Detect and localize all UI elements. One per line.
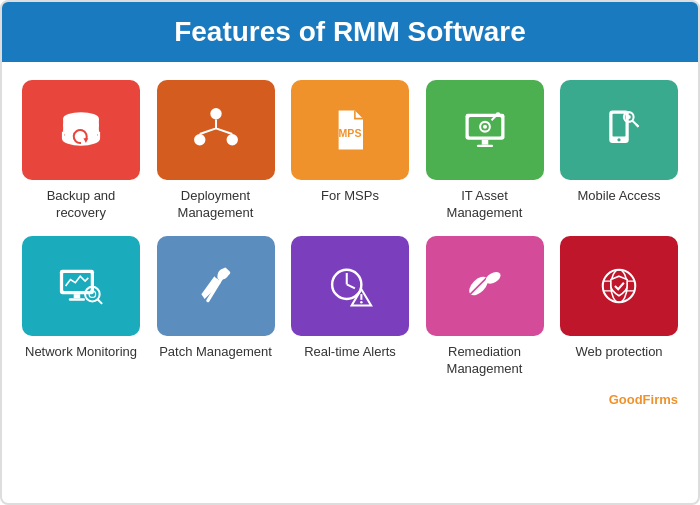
remediation-icon-box	[426, 236, 544, 336]
mobile-icon-box	[560, 80, 678, 180]
web-label: Web protection	[575, 344, 662, 361]
svg-point-17	[482, 125, 486, 129]
svg-point-7	[210, 108, 221, 119]
feature-remediation: Remediation Management	[426, 236, 544, 378]
page-title: Features of RMM Software	[22, 16, 678, 48]
remediation-icon	[459, 260, 511, 312]
patch-label: Patch Management	[159, 344, 272, 361]
mobile-icon	[593, 104, 645, 156]
svg-point-43	[360, 301, 362, 303]
it-asset-icon	[459, 104, 511, 156]
svg-rect-31	[74, 294, 81, 298]
features-row-2: Network Monitoring Patch Management	[22, 236, 678, 378]
svg-rect-32	[69, 298, 85, 300]
backup-icon-box	[22, 80, 140, 180]
it-asset-icon-box	[426, 80, 544, 180]
deployment-icon-box	[157, 80, 275, 180]
features-grid: Backup and recovery Deployment Managemen…	[2, 62, 698, 388]
svg-text:MPS: MPS	[339, 127, 362, 139]
svg-point-5	[63, 132, 99, 145]
patch-icon	[190, 260, 242, 312]
network-icon	[55, 260, 107, 312]
feature-deployment: Deployment Management	[157, 80, 275, 222]
msp-icon-box: MPS	[291, 80, 409, 180]
feature-msp: MPS For MSPs	[291, 80, 409, 222]
svg-point-24	[617, 138, 620, 141]
svg-line-35	[97, 299, 102, 304]
realtime-label: Real-time Alerts	[304, 344, 396, 361]
it-asset-label: IT Asset Management	[426, 188, 544, 222]
svg-point-21	[495, 112, 500, 117]
feature-network: Network Monitoring	[22, 236, 140, 378]
goodfirms-good: Good	[609, 392, 643, 407]
page-header: Features of RMM Software	[2, 2, 698, 62]
web-icon-box	[560, 236, 678, 336]
footer: GoodFirms	[2, 388, 698, 413]
web-icon	[593, 260, 645, 312]
realtime-icon-box	[291, 236, 409, 336]
backup-label: Backup and recovery	[22, 188, 140, 222]
svg-point-8	[194, 134, 205, 145]
svg-rect-19	[476, 145, 492, 147]
svg-point-26	[627, 115, 631, 119]
feature-it-asset: IT Asset Management	[426, 80, 544, 222]
feature-web: Web protection	[560, 236, 678, 378]
svg-line-28	[636, 124, 638, 126]
goodfirms-firms: Firms	[643, 392, 678, 407]
feature-mobile: Mobile Access	[560, 80, 678, 222]
network-label: Network Monitoring	[25, 344, 137, 361]
feature-backup: Backup and recovery	[22, 80, 140, 222]
features-row-1: Backup and recovery Deployment Managemen…	[22, 80, 678, 222]
deployment-label: Deployment Management	[157, 188, 275, 222]
svg-line-40	[347, 284, 355, 288]
realtime-icon	[324, 260, 376, 312]
goodfirms-brand: GoodFirms	[609, 392, 678, 407]
backup-icon	[55, 104, 107, 156]
svg-rect-18	[481, 140, 488, 145]
feature-realtime: Real-time Alerts	[291, 236, 409, 378]
remediation-label: Remediation Management	[426, 344, 544, 378]
msp-icon: MPS	[324, 104, 376, 156]
patch-icon-box	[157, 236, 275, 336]
network-icon-box	[22, 236, 140, 336]
mobile-label: Mobile Access	[577, 188, 660, 205]
svg-point-9	[226, 134, 237, 145]
svg-line-11	[199, 128, 215, 134]
deployment-icon	[190, 104, 242, 156]
feature-patch: Patch Management	[157, 236, 275, 378]
main-container: Features of RMM Software	[0, 0, 700, 505]
msp-label: For MSPs	[321, 188, 379, 205]
svg-line-12	[216, 128, 232, 134]
